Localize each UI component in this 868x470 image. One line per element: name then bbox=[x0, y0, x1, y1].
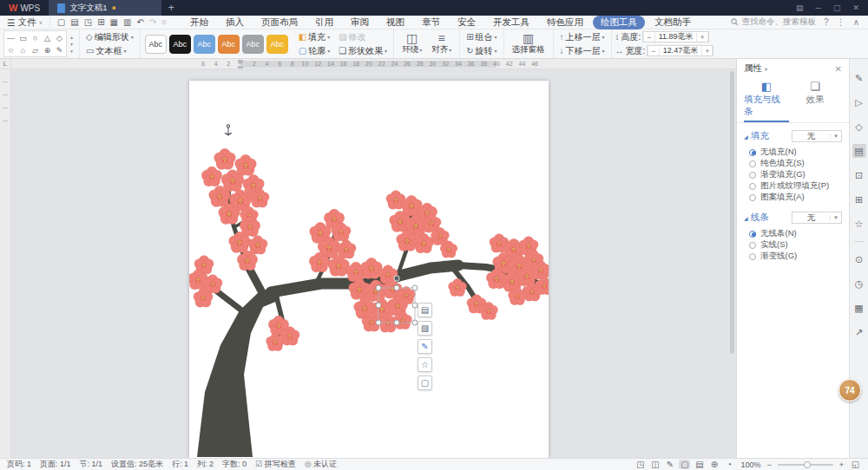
document-tab[interactable]: 文字文稿1 ● bbox=[49, 0, 161, 16]
ink-icon[interactable]: ✎ bbox=[664, 460, 675, 469]
width-value[interactable]: 12.47毫米 bbox=[660, 45, 702, 56]
edit-pen-icon[interactable]: ✎ bbox=[852, 71, 866, 85]
ribbon-tab[interactable]: 开发工具 bbox=[485, 16, 537, 29]
document-page[interactable]: ▤▨✎☆▢ bbox=[189, 81, 549, 458]
favorites-icon[interactable]: ☆ bbox=[852, 217, 866, 231]
maximize-icon[interactable]: ▢ bbox=[833, 3, 841, 12]
height-plus[interactable]: + bbox=[696, 33, 707, 42]
zoom-out-button[interactable]: − bbox=[766, 460, 771, 469]
width-minus[interactable]: − bbox=[648, 47, 659, 55]
zoom-slider[interactable] bbox=[778, 464, 833, 466]
ribbon-tab[interactable]: 特色应用 bbox=[539, 16, 591, 29]
zoom-level[interactable]: 100% bbox=[740, 460, 760, 469]
shape-style-chip[interactable]: Abc bbox=[169, 35, 191, 54]
bring-forward-button[interactable]: ↑上移一层▾ bbox=[557, 31, 608, 43]
width-plus[interactable]: + bbox=[701, 47, 713, 55]
v-ruler[interactable] bbox=[0, 69, 11, 458]
status-item[interactable]: 列: 2 bbox=[197, 459, 214, 470]
certification[interactable]: ◎ 未认证 bbox=[305, 459, 337, 470]
ribbon-tab[interactable]: 审阅 bbox=[343, 16, 377, 29]
status-item[interactable]: 设置值: 25毫米 bbox=[111, 459, 163, 470]
shape-freeform-icon[interactable]: ✎ bbox=[54, 44, 65, 55]
blossom-flower[interactable] bbox=[201, 166, 222, 186]
shape-star-icon[interactable]: ☆ bbox=[5, 44, 16, 55]
h-ruler[interactable]: 2462468101214161820222426283032343638404… bbox=[11, 59, 736, 69]
shape-triangle-icon[interactable]: △ bbox=[42, 32, 53, 43]
history-icon[interactable]: ◷ bbox=[852, 277, 866, 290]
help-icon[interactable]: ? bbox=[824, 17, 829, 27]
edit-shape-button[interactable]: ◇编辑形状▾ bbox=[83, 31, 136, 43]
line-type-dropdown[interactable]: 无▼ bbox=[792, 212, 842, 224]
share-icon[interactable]: ↗ bbox=[852, 325, 866, 339]
text-box-button[interactable]: ▭文本框▾ bbox=[83, 45, 128, 57]
height-stepper[interactable]: −11.89毫米+ bbox=[642, 31, 708, 42]
ribbon-tab[interactable]: 开始 bbox=[182, 16, 216, 29]
wrap-button[interactable]: ◫环绕▾ bbox=[398, 30, 426, 57]
outline-view-icon[interactable]: ▤ bbox=[694, 460, 705, 469]
selection-pane-button[interactable]: ▥选择窗格 bbox=[508, 30, 549, 57]
spell-check[interactable]: ☑ 拼写检查 bbox=[255, 459, 296, 470]
shape-line-icon[interactable]: — bbox=[5, 32, 16, 43]
help-circle-icon[interactable]: ⊙ bbox=[852, 252, 866, 266]
height-minus[interactable]: − bbox=[643, 33, 654, 42]
undo-icon[interactable]: ↶ bbox=[136, 17, 143, 27]
modify-button[interactable]: ▨修改 bbox=[336, 31, 368, 43]
open-icon[interactable]: ▤ bbox=[70, 17, 78, 27]
shape-style-chip[interactable]: Abc bbox=[266, 35, 288, 54]
save-icon[interactable]: ◳ bbox=[84, 17, 92, 27]
indent-markers[interactable] bbox=[236, 59, 247, 69]
shape-parallelogram-icon[interactable]: ▱ bbox=[30, 44, 41, 55]
pages-icon[interactable]: ⊞ bbox=[852, 193, 866, 206]
blossom-flower[interactable] bbox=[235, 154, 257, 175]
table-tool-icon[interactable]: ▦ bbox=[852, 301, 866, 315]
fill-button[interactable]: ◧填充▾ bbox=[296, 31, 332, 43]
properties-icon[interactable]: ▤ bbox=[852, 144, 866, 158]
group-button[interactable]: ⊞组合▾ bbox=[464, 31, 499, 43]
shape-style-chip[interactable]: Abc bbox=[194, 35, 215, 54]
blossom-flower[interactable] bbox=[248, 236, 267, 255]
frame-button[interactable]: ▢ bbox=[418, 375, 432, 390]
panel-close-icon[interactable]: ✕ bbox=[835, 64, 842, 74]
rotate-button[interactable]: ↻旋转▾ bbox=[464, 45, 499, 57]
shape-rectangle-icon[interactable]: ▭ bbox=[17, 32, 29, 43]
panel-tab-effects[interactable]: ❏效果 bbox=[792, 78, 838, 122]
more-icon[interactable]: ⋮ bbox=[837, 17, 845, 27]
redo-icon[interactable]: ↷ bbox=[149, 17, 156, 27]
gallery-more-icon[interactable]: ▼ bbox=[69, 49, 74, 54]
brush-button[interactable]: ✎ bbox=[418, 339, 432, 354]
width-stepper[interactable]: −12.47毫米+ bbox=[647, 45, 713, 56]
wrap-style-button[interactable]: ▨ bbox=[418, 321, 432, 336]
collapse-ribbon-icon[interactable]: ∧ bbox=[853, 17, 859, 27]
print-icon[interactable]: ▦ bbox=[110, 17, 118, 27]
radio-option[interactable]: 图片或纹理填充(P) bbox=[749, 180, 845, 192]
full-screen-icon[interactable]: ◳ bbox=[635, 460, 646, 469]
new-tab-button[interactable]: + bbox=[161, 2, 181, 14]
wps-logo[interactable]: W WPS bbox=[0, 3, 49, 13]
member-points-badge[interactable]: 74 bbox=[838, 379, 861, 401]
send-backward-button[interactable]: ↓下移一层▾ bbox=[557, 45, 608, 57]
file-menu-button[interactable]: ☰ 文件 ∨ bbox=[0, 16, 49, 29]
radio-option[interactable]: 无线条(N) bbox=[749, 228, 845, 239]
ribbon-tab[interactable]: 绘图工具 bbox=[593, 16, 645, 29]
align-button[interactable]: ≡对齐▾ bbox=[427, 30, 456, 57]
status-item[interactable]: 行: 1 bbox=[172, 459, 188, 470]
shape-style-chip[interactable]: Abc bbox=[242, 35, 264, 54]
shape-tools-icon[interactable]: ◇ bbox=[852, 120, 866, 134]
ribbon-tab[interactable]: 引用 bbox=[307, 16, 341, 29]
shape-style-chip[interactable]: Abc bbox=[218, 35, 240, 54]
ribbon-tab[interactable]: 文档助手 bbox=[647, 16, 699, 29]
zoom-in-button[interactable]: + bbox=[839, 460, 844, 469]
ribbon-tab[interactable]: 视图 bbox=[378, 16, 412, 29]
blossom-flower[interactable] bbox=[214, 148, 236, 169]
shape-plus-icon[interactable]: ⊕ bbox=[42, 44, 53, 55]
gallery-up-icon[interactable]: ▲ bbox=[69, 35, 74, 40]
status-item[interactable]: 字数: 0 bbox=[222, 459, 247, 470]
radio-option[interactable]: 实线(S) bbox=[749, 239, 845, 251]
format-painter-icon[interactable]: ≡ bbox=[161, 17, 167, 27]
ribbon-tab[interactable]: 章节 bbox=[414, 16, 448, 29]
shape-effects-button[interactable]: ❏形状效果▾ bbox=[336, 45, 390, 57]
select-cursor-icon[interactable]: ▷ bbox=[852, 95, 866, 109]
gallery-down-icon[interactable]: ▼ bbox=[69, 42, 74, 47]
web-view-icon[interactable]: ⊕ bbox=[708, 460, 720, 469]
fit-page-icon[interactable]: ◱ bbox=[850, 460, 861, 469]
